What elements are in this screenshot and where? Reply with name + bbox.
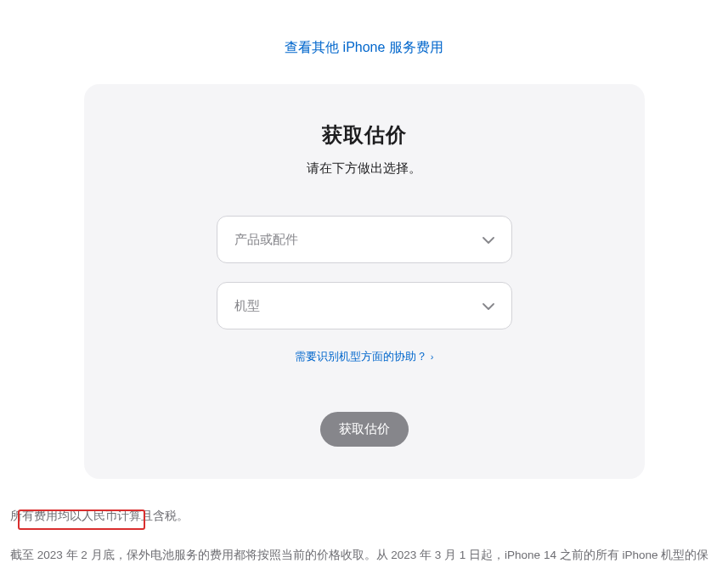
help-link-row: 需要识别机型方面的协助？› [110,348,619,364]
product-select-wrapper: 产品或配件 [217,216,512,263]
card-subtitle: 请在下方做出选择。 [110,160,619,177]
product-select[interactable]: 产品或配件 [217,216,512,263]
model-select-wrapper: 机型 [217,282,512,329]
estimate-card: 获取估价 请在下方做出选择。 产品或配件 机型 需要识别机型方面的协助？› [84,84,645,479]
footer-price-notice: 截至 2023 年 2 月底，保外电池服务的费用都将按照当前的价格收取。从 20… [10,545,718,563]
card-title: 获取估价 [110,121,619,149]
chevron-down-icon [483,232,494,247]
model-select[interactable]: 机型 [217,282,512,329]
identify-model-help-link[interactable]: 需要识别机型方面的协助？› [295,350,434,363]
get-estimate-button[interactable]: 获取估价 [320,412,409,447]
model-select-placeholder: 机型 [234,298,483,314]
product-select-placeholder: 产品或配件 [234,232,483,248]
help-link-label: 需要识别机型方面的协助？ [295,350,427,363]
footer-tax-note: 所有费用均以人民币计算且含税。 [10,508,718,525]
chevron-down-icon [483,298,494,313]
chevron-right-icon: › [431,352,434,362]
top-link-row: 查看其他 iPhone 服务费用 [10,0,718,84]
other-services-link[interactable]: 查看其他 iPhone 服务费用 [285,40,443,54]
footer: 所有费用均以人民币计算且含税。 截至 2023 年 2 月底，保外电池服务的费用… [10,496,718,563]
